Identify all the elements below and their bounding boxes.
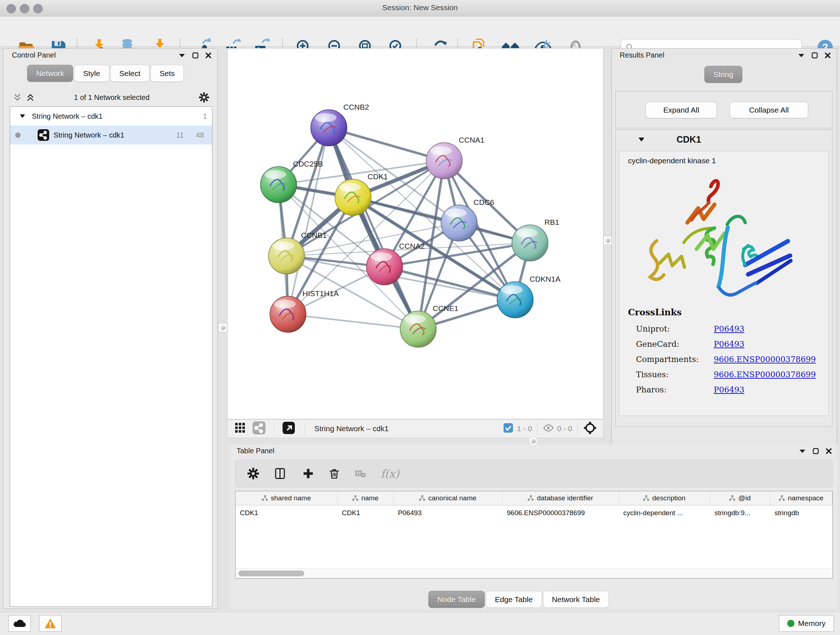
- horizontal-splitter-handle[interactable]: [529, 437, 538, 445]
- column-header-canonical-name[interactable]: canonical name: [393, 491, 502, 505]
- network-node-CCNB2[interactable]: CCNB2: [311, 103, 369, 146]
- panel-menu-icon[interactable]: [798, 53, 805, 58]
- collapse-all-tree-button[interactable]: [13, 93, 22, 103]
- panel-menu-icon[interactable]: [178, 53, 186, 58]
- gear-icon: [247, 467, 259, 480]
- add-row-button[interactable]: [300, 465, 317, 482]
- open-in-window-button[interactable]: [282, 421, 295, 436]
- network-graph[interactable]: CCNB2CCNA1CDC25BCDK1CDC6RB1CCNB1CCNA2CDK…: [227, 49, 603, 419]
- share-view-button[interactable]: [252, 421, 266, 436]
- birds-eye-toggle-button[interactable]: [583, 421, 597, 437]
- network-type-icon: [37, 129, 50, 141]
- crosslink-link[interactable]: P06493: [714, 340, 745, 348]
- table-row[interactable]: CDK1CDK1P064939606.ENSP00000378699cyclin…: [235, 505, 832, 521]
- expand-all-tree-button[interactable]: [26, 93, 35, 103]
- memory-button[interactable]: Memory: [779, 615, 834, 632]
- node-highlight: [516, 228, 538, 237]
- panel-close-icon[interactable]: [826, 448, 832, 454]
- insert-column-button[interactable]: [272, 465, 288, 482]
- grid-view-button[interactable]: [235, 423, 246, 435]
- cloud-icon: [13, 618, 26, 629]
- panel-float-icon[interactable]: [813, 448, 819, 454]
- titlebar: Session: New Session: [0, 0, 840, 17]
- scrollbar-thumb[interactable]: [238, 570, 304, 576]
- table-h-scrollbar[interactable]: [235, 568, 832, 578]
- table-tabs: Node TableEdge TableNetwork Table: [428, 591, 610, 608]
- left-splitter-handle[interactable]: [218, 323, 227, 332]
- node-label-HIST1H1A: HIST1H1A: [302, 289, 339, 298]
- panel-menu-icon[interactable]: [799, 448, 806, 454]
- column-type-icon: [729, 495, 735, 501]
- network-node-CCNA1[interactable]: CCNA1: [426, 136, 485, 179]
- tab-select[interactable]: Select: [111, 65, 149, 82]
- tab-string[interactable]: String: [704, 66, 742, 83]
- network-node-HIST1H1A[interactable]: HIST1H1A: [270, 289, 339, 333]
- table-cell: stringdb: [770, 505, 832, 521]
- table-settings-button[interactable]: [245, 465, 262, 482]
- control-panel-title: Control Panel: [12, 51, 56, 59]
- panel-close-icon[interactable]: [824, 52, 831, 59]
- network-row-selected[interactable]: String Network – cdk1 11 48: [10, 126, 212, 144]
- node-table: shared namenamecanonical namedatabase id…: [235, 491, 833, 578]
- right-splitter-handle[interactable]: [603, 236, 612, 245]
- warning-status-button[interactable]: [39, 615, 62, 632]
- tab-edge-table[interactable]: Edge Table: [486, 591, 542, 608]
- collection-count: 1: [203, 112, 207, 120]
- network-node-RB1[interactable]: RB1: [512, 218, 559, 261]
- network-canvas[interactable]: CCNB2CCNA1CDC25BCDK1CDC6RB1CCNB1CCNA2CDK…: [227, 48, 603, 419]
- tab-network-table[interactable]: Network Table: [543, 591, 609, 608]
- table-panel: Table Panel: [230, 445, 837, 609]
- window-title: Session: New Session: [0, 3, 840, 12]
- table-body: CDK1CDK1P064939606.ENSP00000378699cyclin…: [235, 505, 832, 521]
- selected-filter-checkbox[interactable]: [503, 423, 513, 434]
- checkbox-checked-icon: [503, 423, 513, 433]
- network-node-CDK1[interactable]: CDK1: [335, 172, 388, 215]
- network-edge-HIST1H1A-CCNE1[interactable]: [288, 314, 418, 329]
- network-status-dot: [15, 133, 21, 138]
- tab-node-table[interactable]: Node Table: [428, 591, 485, 608]
- trash-icon: [328, 467, 340, 480]
- network-collection-row[interactable]: String Network – cdk1 1: [10, 107, 212, 126]
- column-label: database identifier: [537, 494, 593, 502]
- statusbar-separator: [577, 422, 578, 435]
- tree-expanded-icon: [19, 114, 25, 119]
- cloud-status-button[interactable]: [8, 615, 31, 632]
- column-type-icon: [528, 495, 534, 501]
- double-chevron-up-icon: [26, 93, 35, 102]
- delete-table-button[interactable]: [352, 465, 369, 482]
- crosslink-link[interactable]: 9606.ENSP00000378699: [714, 355, 816, 364]
- share-view-icon: [252, 421, 266, 435]
- tab-style[interactable]: Style: [74, 65, 109, 82]
- column-header-name[interactable]: name: [338, 491, 393, 505]
- collapse-all-button[interactable]: Collapse All: [729, 102, 808, 119]
- crosslink-link[interactable]: P06493: [714, 325, 745, 333]
- hidden-items-icon-wrap[interactable]: [543, 423, 554, 434]
- column-header-description[interactable]: description: [619, 491, 710, 505]
- column-header-shared-name[interactable]: shared name: [235, 491, 338, 505]
- tab-sets[interactable]: Sets: [150, 65, 184, 82]
- panel-close-icon[interactable]: [205, 52, 212, 59]
- network-options-button[interactable]: [199, 92, 210, 104]
- crosslink-link[interactable]: P06493: [714, 385, 745, 394]
- crosslink-link[interactable]: 9606.ENSP00000378699: [714, 370, 816, 379]
- column-header-database-identifier[interactable]: database identifier: [502, 491, 619, 505]
- statusbar-separator: [274, 422, 274, 435]
- network-node-CCNB1[interactable]: CCNB1: [268, 231, 327, 274]
- table-header-row: shared namenamecanonical namedatabase id…: [235, 491, 832, 505]
- tab-network[interactable]: Network: [27, 65, 73, 82]
- crosslink-row: Uniprot:P06493: [636, 325, 816, 333]
- delete-button[interactable]: [326, 465, 343, 482]
- expand-all-button[interactable]: Expand All: [645, 102, 717, 119]
- crosslink-label: Tissues:: [636, 370, 714, 379]
- node-label-CDKN1A: CDKN1A: [530, 275, 561, 283]
- network-edge-CCNB2-HIST1H1A[interactable]: [288, 128, 329, 314]
- column-header-@id[interactable]: @id: [710, 491, 770, 505]
- node-label-CDC25B: CDC25B: [293, 160, 323, 168]
- column-header-namespace[interactable]: namespace: [770, 491, 832, 505]
- network-selection-status: 1 of 1 Network selected: [39, 93, 184, 102]
- panel-float-icon[interactable]: [812, 52, 818, 59]
- function-builder-button[interactable]: f(x): [377, 465, 403, 482]
- node-highlight: [370, 252, 392, 261]
- result-entry-header[interactable]: CDK1: [616, 130, 832, 150]
- panel-float-icon[interactable]: [192, 52, 199, 59]
